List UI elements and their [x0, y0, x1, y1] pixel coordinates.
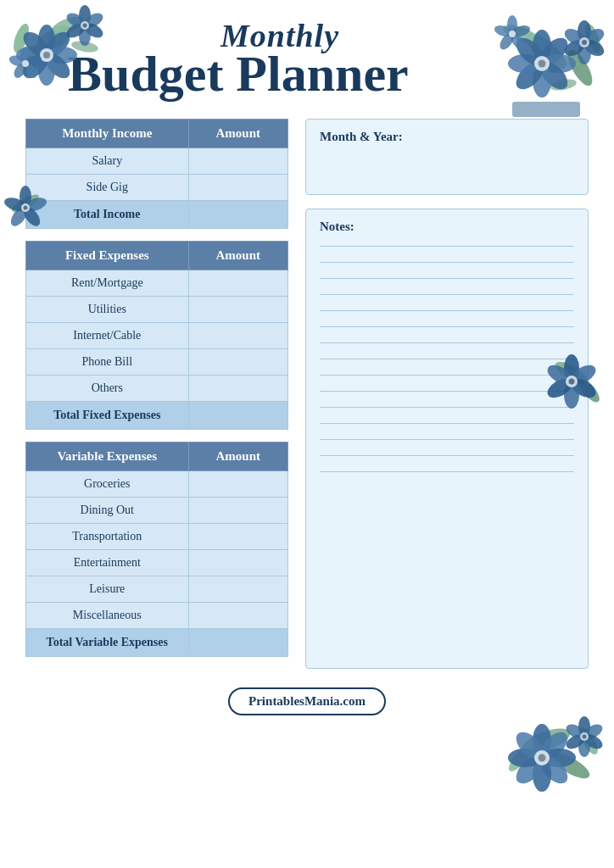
others-row: Others [26, 376, 288, 402]
entertainment-row: Entertainment [26, 550, 288, 576]
entertainment-value[interactable] [188, 550, 287, 576]
groceries-label: Groceries [26, 471, 189, 498]
floral-top-left-decoration [0, 0, 136, 110]
side-gig-value[interactable] [188, 175, 287, 201]
rent-value[interactable] [188, 270, 287, 297]
monthly-income-amount-header: Amount [188, 120, 287, 148]
svg-point-28 [22, 60, 29, 67]
internet-row: Internet/Cable [26, 323, 288, 349]
miscellaneous-row: Miscellaneous [26, 603, 288, 629]
transportation-value[interactable] [188, 524, 287, 550]
variable-expenses-header: Variable Expenses Amount [26, 442, 288, 471]
note-line-5 [320, 310, 574, 311]
note-line-15 [320, 471, 574, 472]
groceries-row: Groceries [26, 471, 288, 498]
monthly-income-header: Monthly Income Amount [26, 120, 288, 148]
footer-label: PrintablesMania.com [248, 694, 366, 708]
total-fixed-row: Total Fixed Expenses [26, 402, 288, 430]
fixed-expenses-title: Fixed Expenses [26, 242, 189, 270]
svg-point-43 [539, 60, 546, 68]
total-income-row: Total Income [26, 201, 288, 229]
svg-point-51 [582, 40, 587, 45]
left-column: Monthly Income Amount Salary Side Gig To… [25, 119, 288, 669]
svg-point-82 [539, 754, 546, 762]
total-variable-value[interactable] [188, 629, 287, 657]
entertainment-label: Entertainment [26, 550, 189, 576]
leisure-value[interactable] [188, 576, 287, 603]
phone-value[interactable] [188, 349, 287, 376]
leisure-label: Leisure [26, 576, 189, 603]
internet-value[interactable] [188, 323, 287, 349]
note-line-13 [320, 439, 574, 440]
fixed-expenses-table: Fixed Expenses Amount Rent/Mortgage Util… [25, 241, 288, 430]
salary-row: Salary [26, 148, 288, 175]
total-variable-label: Total Variable Expenses [26, 629, 189, 657]
page: Monthly Budget Planner Monthly Income Am… [0, 0, 614, 868]
svg-point-22 [83, 24, 87, 28]
variable-expenses-table: Variable Expenses Amount Groceries Dinin… [25, 442, 288, 657]
dining-row: Dining Out [26, 498, 288, 524]
rent-label: Rent/Mortgage [26, 270, 189, 297]
others-label: Others [26, 376, 189, 402]
note-line-3 [320, 278, 574, 279]
fixed-expenses-header: Fixed Expenses Amount [26, 242, 288, 270]
note-line-14 [320, 455, 574, 456]
transportation-label: Transportation [26, 524, 189, 550]
miscellaneous-value[interactable] [188, 603, 287, 629]
svg-point-90 [583, 735, 587, 739]
side-gig-row: Side Gig [26, 175, 288, 201]
fixed-expenses-amount-header: Amount [188, 242, 287, 270]
salary-value[interactable] [188, 148, 287, 175]
utilities-row: Utilities [26, 297, 288, 323]
total-fixed-label: Total Fixed Expenses [26, 402, 189, 430]
transportation-row: Transportation [26, 524, 288, 550]
phone-label: Phone Bill [26, 349, 189, 376]
internet-label: Internet/Cable [26, 323, 189, 349]
leisure-row: Leisure [26, 576, 288, 603]
floral-left-mid-decoration [0, 170, 51, 237]
miscellaneous-label: Miscellaneous [26, 603, 189, 629]
phone-row: Phone Bill [26, 349, 288, 376]
svg-point-98 [24, 206, 28, 210]
svg-point-68 [569, 379, 575, 385]
note-line-6 [320, 326, 574, 327]
note-line-1 [320, 246, 574, 247]
monthly-income-table: Monthly Income Amount Salary Side Gig To… [25, 119, 288, 229]
dining-label: Dining Out [26, 498, 189, 524]
svg-point-14 [43, 52, 50, 58]
dining-value[interactable] [188, 498, 287, 524]
svg-rect-52 [512, 102, 580, 117]
svg-point-58 [509, 31, 516, 37]
groceries-value[interactable] [188, 471, 287, 498]
total-fixed-value[interactable] [188, 402, 287, 430]
floral-mid-right-decoration [512, 331, 614, 432]
variable-expenses-title: Variable Expenses [26, 442, 189, 471]
others-value[interactable] [188, 376, 287, 402]
floral-top-right-decoration [461, 0, 614, 136]
total-variable-row: Total Variable Expenses [26, 629, 288, 657]
notes-label: Notes: [320, 220, 574, 234]
rent-row: Rent/Mortgage [26, 270, 288, 297]
variable-expenses-amount-header: Amount [188, 442, 287, 471]
note-line-4 [320, 294, 574, 295]
monthly-income-title: Monthly Income [26, 120, 189, 148]
floral-bottom-right-decoration [478, 690, 614, 826]
utilities-label: Utilities [26, 297, 189, 323]
total-income-value[interactable] [188, 201, 287, 229]
note-line-2 [320, 262, 574, 263]
utilities-value[interactable] [188, 297, 287, 323]
notes-box[interactable]: Notes: [305, 209, 589, 669]
footer-badge[interactable]: PrintablesMania.com [228, 687, 386, 715]
